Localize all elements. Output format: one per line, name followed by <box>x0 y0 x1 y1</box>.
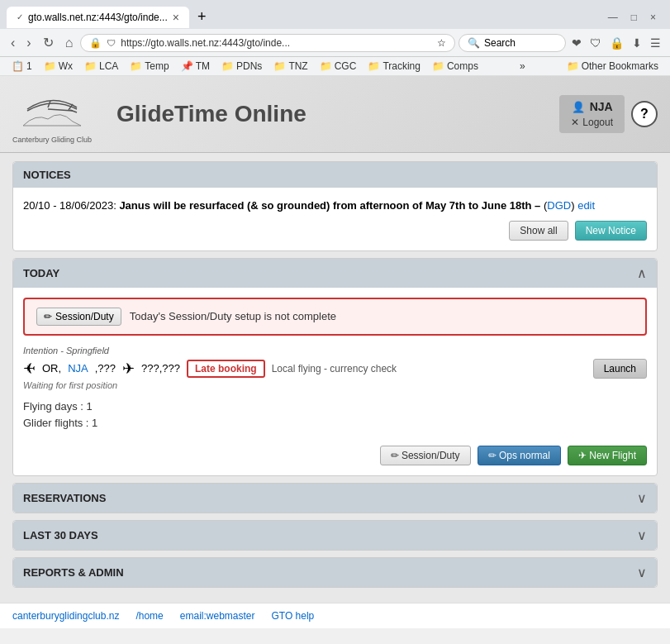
new-flight-button[interactable]: ✈ New Flight <box>568 446 647 465</box>
launch-button[interactable]: Launch <box>593 359 647 379</box>
help-button[interactable]: ? <box>631 101 658 127</box>
maximize-button[interactable]: □ <box>627 9 641 26</box>
lock-button[interactable]: 🔒 <box>607 34 626 52</box>
search-placeholder: Search <box>484 37 516 49</box>
intention-label: Intention - Springfield <box>23 346 647 355</box>
pencil-ops-icon: ✏ <box>488 450 497 461</box>
minimize-button[interactable]: — <box>604 9 622 26</box>
close-icon: ✕ <box>571 117 579 128</box>
session-duty-warning-label: Session/Duty <box>55 311 114 322</box>
ops-normal-button[interactable]: ✏ Ops normal <box>478 446 561 465</box>
bookmark-tnz[interactable]: 📁 TNZ <box>268 59 312 74</box>
pocket-button[interactable]: ❤ <box>569 34 584 52</box>
flying-days-value: 1 <box>87 400 93 413</box>
warning-message: Today's Session/Duty setup is not comple… <box>130 310 336 322</box>
notices-panel: NOTICES 20/10 - 18/06/2023: Janus will b… <box>12 161 658 251</box>
reports-header[interactable]: REPORTS & ADMIN ∨ <box>13 558 657 587</box>
session-duty-warning: ✏ Session/Duty Today's Session/Duty setu… <box>23 298 647 336</box>
bookmark-label: TNZ <box>288 60 307 72</box>
main-content: NOTICES 20/10 - 18/06/2023: Janus will b… <box>0 153 670 603</box>
app-container: Canterbury Gliding Club GlideTime Online… <box>0 76 670 628</box>
bookmark-star-icon[interactable]: ☆ <box>437 37 446 49</box>
forward-button[interactable]: › <box>22 33 35 53</box>
download-button[interactable]: ⬇ <box>630 34 644 52</box>
or-text: OR, <box>42 362 61 374</box>
menu-button[interactable]: ☰ <box>648 34 663 52</box>
bookmark-pdns[interactable]: 📁 PDNs <box>216 59 267 74</box>
bookmark-label: 1 <box>26 60 32 72</box>
nja-link[interactable]: NJA <box>68 362 88 374</box>
tab-close-button[interactable]: × <box>173 11 179 24</box>
notices-body: 20/10 - 18/06/2023: Janus will be resurf… <box>13 188 657 250</box>
glider-flights-value: 1 <box>92 417 97 429</box>
footer-email-link[interactable]: email:webmaster <box>180 610 255 622</box>
footer-home-link[interactable]: /home <box>135 610 163 622</box>
more-bookmarks-button[interactable]: » <box>515 59 530 74</box>
bookmark-label: CGC <box>335 60 357 72</box>
bookmark-lca[interactable]: 📁 LCA <box>79 59 123 74</box>
new-notice-button[interactable]: New Notice <box>575 221 647 241</box>
stats-section: Flying days : 1 Glider flights : 1 <box>23 398 647 433</box>
last30days-panel: LAST 30 DAYS ∨ <box>12 520 658 551</box>
late-booking-badge: Late booking <box>187 360 265 378</box>
footer-cgc-link[interactable]: canterburyglidingclub.nz <box>12 610 119 622</box>
notice-edit-link[interactable]: edit <box>577 199 595 212</box>
bookmark-label: Temp <box>145 60 169 72</box>
bookmark-wx[interactable]: 📁 Wx <box>39 59 78 74</box>
app-footer: canterburyglidingclub.nz /home email:web… <box>0 603 670 628</box>
bookmark-temp[interactable]: 📁 Temp <box>125 59 173 74</box>
last30days-header[interactable]: LAST 30 DAYS ∨ <box>13 521 657 550</box>
tow-text: ???,??? <box>141 362 180 374</box>
bookmark-1[interactable]: 📋 1 <box>7 59 37 74</box>
back-button[interactable]: ‹ <box>7 33 19 53</box>
club-logo <box>19 84 85 134</box>
bookmark-folder-icon: 📁 <box>273 60 286 72</box>
session-duty-action-button[interactable]: ✏ Session/Duty <box>380 446 471 465</box>
tab-bar: ✓ gto.walls.net.nz:4443/gto/inde... × + … <box>0 0 670 29</box>
session-duty-warning-button[interactable]: ✏ Session/Duty <box>36 308 121 326</box>
username-display: NJA <box>590 100 613 113</box>
bookmarks-bar: 📋 1 📁 Wx 📁 LCA 📁 Temp 📌 TM 📁 PDNs 📁 TNZ <box>0 57 670 76</box>
tab-favicon: ✓ <box>17 12 23 21</box>
bookmark-label: LCA <box>99 60 118 72</box>
new-tab-button[interactable]: + <box>189 5 338 29</box>
url-display: https://gto.walls.net.nz:4443/gto/inde..… <box>121 37 432 49</box>
session-duty-action-label: Session/Duty <box>402 450 460 461</box>
bookmark-comps[interactable]: 📁 Comps <box>427 59 483 74</box>
today-body: ✏ Session/Duty Today's Session/Duty setu… <box>13 288 657 476</box>
notices-title: NOTICES <box>23 169 71 181</box>
active-tab[interactable]: ✓ gto.walls.net.nz:4443/gto/inde... × <box>7 7 189 28</box>
ops-normal-label: Ops normal <box>499 450 550 461</box>
show-all-button[interactable]: Show all <box>509 221 568 241</box>
reload-button[interactable]: ↻ <box>39 32 58 53</box>
lock-icon: 🔒 <box>89 37 102 49</box>
today-action-bar: ✏ Session/Duty ✏ Ops normal ✈ New Flight <box>23 442 647 465</box>
notice-link[interactable]: DGD <box>547 199 571 212</box>
address-bar[interactable]: 🔒 🛡 https://gto.walls.net.nz:4443/gto/in… <box>80 34 455 52</box>
glider-flights-label: Glider flights : <box>23 417 88 429</box>
footer-help-link[interactable]: GTO help <box>271 610 314 622</box>
bookmark-cgc[interactable]: 📁 CGC <box>315 59 362 74</box>
bookmark-folder-icon: 📋 <box>12 60 24 72</box>
reports-panel: REPORTS & ADMIN ∨ <box>12 557 658 588</box>
bookmark-tracking[interactable]: 📁 Tracking <box>363 59 425 74</box>
tab-title: gto.walls.net.nz:4443/gto/inde... <box>28 12 168 23</box>
search-bar[interactable]: 🔍 Search <box>459 34 566 52</box>
other-bookmarks-button[interactable]: 📁 Other Bookmarks <box>562 59 663 74</box>
bookmark-folder-icon: 📁 <box>84 60 97 72</box>
bookmark-folder-icon: 📁 <box>44 60 56 72</box>
bookmark-folder-icon: 📁 <box>368 60 380 72</box>
today-panel: TODAY ∧ ✏ Session/Duty Today's Session/D… <box>12 258 658 477</box>
pencil-icon: ✏ <box>44 311 52 322</box>
intention-row: ✈ OR, NJA ,??? ✈ ???,??? Late booking Lo… <box>23 359 647 379</box>
logout-button[interactable]: ✕ Logout <box>571 117 613 128</box>
bookmark-folder-icon: 📁 <box>432 60 444 72</box>
shield-button[interactable]: 🛡 <box>587 34 604 52</box>
today-header[interactable]: TODAY ∧ <box>13 259 657 288</box>
bookmark-tm[interactable]: 📌 TM <box>176 59 215 74</box>
close-window-button[interactable]: × <box>646 9 660 26</box>
reservations-header[interactable]: RESERVATIONS ∨ <box>13 484 657 513</box>
notices-header[interactable]: NOTICES <box>13 162 657 188</box>
home-button[interactable]: ⌂ <box>61 33 78 53</box>
reservations-panel: RESERVATIONS ∨ <box>12 483 658 513</box>
